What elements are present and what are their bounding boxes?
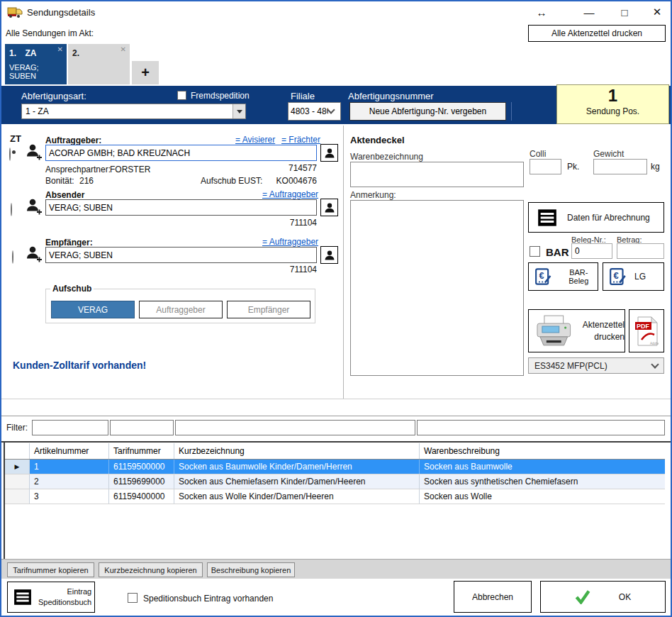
abfertigungsart-value: 1 - ZA: [22, 105, 233, 118]
absender-lookup-button[interactable]: [320, 199, 338, 216]
daten-abrechnung-button[interactable]: Daten für Abrechnung: [528, 202, 664, 233]
tab1-close-icon[interactable]: ✕: [57, 45, 63, 53]
absender-number: 711104: [246, 218, 317, 228]
empfaenger-radio[interactable]: [12, 250, 13, 264]
speditionsbuch-checkbox-label: Speditionsbuch Eintrag vorhanden: [143, 594, 273, 604]
warenbezeichnung-textarea[interactable]: [350, 162, 524, 187]
empfaenger-number: 711104: [246, 265, 317, 274]
cancel-button[interactable]: Abbrechen: [454, 581, 532, 613]
sendungsdetails-window: Sendungsdetails ↔ — □ ✕ Alle Sendungen i…: [0, 0, 672, 617]
row-selector-icon: ▶: [5, 460, 30, 474]
anmerkung-textarea[interactable]: [350, 200, 524, 376]
minimize-button[interactable]: —: [577, 4, 601, 21]
divider: [1, 399, 671, 399]
table-header-kurzbezeichnung[interactable]: Kurzbezeichnung: [174, 443, 420, 459]
empfaenger-auftraggeber-link[interactable]: = Auftraggeber: [262, 237, 318, 247]
lg-button[interactable]: € LG: [603, 262, 664, 291]
cell-warenbeschreibung: Socken aus Wolle: [420, 489, 665, 504]
filter-artikelnummer-input[interactable]: [32, 420, 108, 435]
tab-shipment-1[interactable]: 1. ZA ✕ VERAG; SUBEN: [5, 44, 67, 84]
bar-checkbox[interactable]: [530, 246, 540, 257]
table-row[interactable]: ▶ 1 61159500000 Socken aus Baumwolle Kin…: [5, 460, 665, 474]
add-person-icon[interactable]: [26, 143, 43, 164]
copy-tarifnummer-button[interactable]: Tarifnummer kopieren: [7, 562, 94, 577]
list-icon: [13, 588, 32, 606]
print-all-aktenzettel-button[interactable]: Alle Aktenzettel drucken: [528, 25, 666, 42]
absender-label: Absender: [45, 190, 84, 200]
pdf-export-button[interactable]: PDF Adobe: [629, 309, 664, 352]
gewicht-input[interactable]: [593, 159, 647, 174]
add-person-icon[interactable]: [26, 197, 43, 218]
fremdspedition-checkbox[interactable]: [177, 91, 186, 100]
lg-label: LG: [634, 272, 646, 282]
neue-abfertigung-button[interactable]: Neue Abfertigung-Nr. vergeben: [349, 102, 506, 121]
table-row[interactable]: 2 61159699000 Socken aus Chemiefasern Ki…: [5, 474, 665, 489]
auftraggeber-input[interactable]: [45, 145, 317, 161]
add-person-icon[interactable]: [26, 245, 43, 266]
fremdspedition-label: Fremdspedition: [191, 91, 250, 101]
fraechter-link[interactable]: = Frächter: [281, 135, 320, 145]
ok-button[interactable]: OK: [540, 581, 666, 613]
auftraggeber-lookup-button[interactable]: [320, 144, 338, 162]
abfertigungsart-label: Abfertigungsart:: [21, 91, 86, 101]
add-shipment-tab-button[interactable]: +: [132, 61, 159, 84]
abfertigungsart-select[interactable]: 1 - ZA: [21, 104, 246, 119]
aufschub-verag-button[interactable]: VERAG: [51, 301, 135, 318]
aktenzettel-drucken-button[interactable]: Aktenzettel drucken: [528, 309, 625, 352]
empfaenger-lookup-button[interactable]: [320, 246, 338, 264]
ansprechpartner-label: Ansprechpartner:: [45, 165, 111, 174]
auftraggeber-radio[interactable]: [9, 148, 11, 161]
resize-icon[interactable]: ↔: [530, 4, 554, 21]
close-button[interactable]: ✕: [645, 4, 669, 21]
aktendeckel-title: Aktendeckel: [350, 135, 405, 145]
table-header-warenbeschreibung[interactable]: Warenbeschreibung: [420, 443, 665, 459]
eintrag-speditionsbuch-button[interactable]: Eintrag Speditionsbuch: [7, 582, 95, 613]
gewicht-unit: kg: [651, 162, 660, 172]
bar-beleg-button[interactable]: € BAR-Beleg: [528, 262, 598, 291]
titlebar: Sendungsdetails ↔ — □ ✕: [1, 1, 671, 23]
aufschub-empfaenger-button[interactable]: Empfänger: [227, 301, 310, 318]
cell-tarifnummer: 61159500000: [109, 460, 174, 474]
tab-shipment-2[interactable]: 2. ✕: [68, 44, 130, 84]
speditionsbuch-checkbox[interactable]: [128, 593, 138, 603]
colli-input[interactable]: [530, 159, 561, 174]
tab1-sub2: SUBEN: [9, 72, 62, 80]
table-row[interactable]: 3 61159400000 Socken aus Wolle Kinder/Da…: [5, 489, 665, 504]
empfaenger-label: Empfänger:: [45, 238, 93, 248]
divider: [1, 416, 671, 416]
copy-kurzbezeichnung-button[interactable]: Kurzbezeichnung kopieren: [99, 562, 203, 577]
copy-beschreibung-button[interactable]: Beschreibung kopieren: [207, 562, 295, 577]
filter-tarifnummer-input[interactable]: [110, 420, 174, 435]
svg-text:Adobe: Adobe: [650, 342, 659, 345]
absender-input[interactable]: [45, 199, 317, 216]
absender-radio[interactable]: [11, 203, 12, 216]
table-header-artikelnummer[interactable]: Artikelnummer: [30, 443, 109, 459]
sendung-pos-box: 1 Sendung Pos.: [556, 84, 669, 124]
filter-kurzbezeichnung-input[interactable]: [175, 420, 415, 435]
filter-label: Filter:: [6, 423, 28, 433]
cell-warenbeschreibung: Socken aus Baumwolle: [420, 460, 665, 474]
abfertigungsart-dropdown-icon[interactable]: [233, 104, 245, 118]
table-header-tarifnummer[interactable]: Tarifnummer: [109, 443, 174, 459]
beleg-nr-input[interactable]: [571, 243, 612, 259]
cell-artikelnummer: 1: [30, 460, 109, 474]
betrag-input[interactable]: [617, 243, 664, 259]
filiale-select[interactable]: 4803 - 480: [288, 102, 341, 121]
ansprechpartner-value: FORSTER: [110, 165, 150, 174]
tab2-close-icon[interactable]: ✕: [121, 45, 126, 53]
table-header-selector: [5, 443, 30, 459]
truck-icon: [7, 6, 23, 21]
printer-select[interactable]: ES3452 MFP(PCL): [528, 357, 664, 374]
cell-artikelnummer: 2: [30, 474, 109, 489]
cell-warenbeschreibung: Socken aus synthetischen Chemiefasern: [420, 474, 665, 489]
window-title: Sendungsdetails: [27, 7, 95, 18]
svg-text:PDF: PDF: [637, 323, 650, 330]
aufschub-auftraggeber-button[interactable]: Auftraggeber: [139, 301, 223, 318]
maximize-button[interactable]: □: [612, 4, 637, 21]
avisierer-link[interactable]: = Avisierer: [235, 135, 275, 145]
daten-abrechnung-label: Daten für Abrechnung: [567, 213, 650, 223]
filter-warenbeschreibung-input[interactable]: [417, 420, 665, 435]
absender-auftraggeber-link[interactable]: = Auftraggeber: [262, 189, 318, 199]
empfaenger-input[interactable]: [45, 247, 317, 263]
person-icon: [324, 202, 335, 213]
